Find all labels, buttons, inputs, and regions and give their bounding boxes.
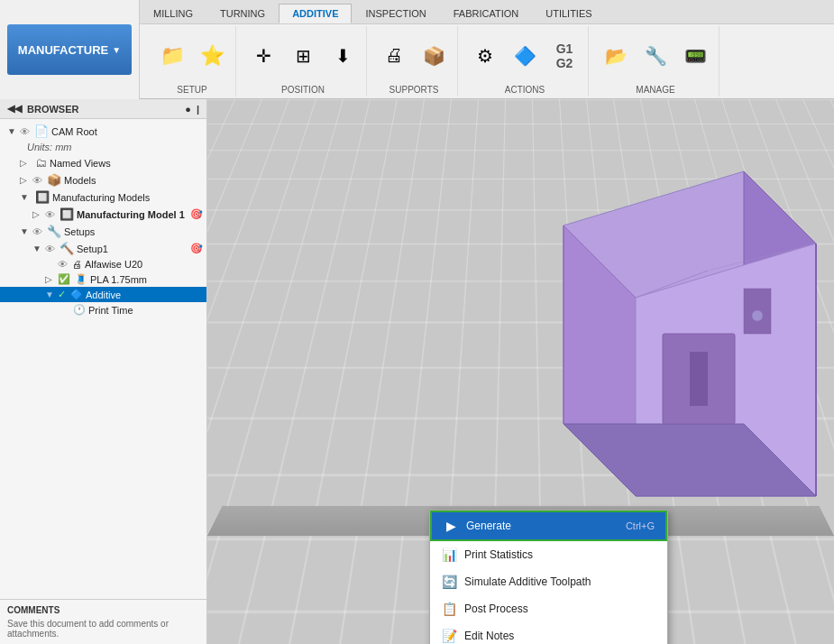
cam-root-eye[interactable]: 👁 xyxy=(20,126,30,137)
mfg-model1-label: Manufacturing Model 1 xyxy=(77,209,188,220)
generate-shortcut: Ctrl+G xyxy=(626,520,655,531)
additive-check: ✓ xyxy=(58,289,66,300)
comments-label: COMMENTS xyxy=(7,605,199,615)
pla-expand[interactable]: ▷ xyxy=(45,274,58,284)
named-views-expand[interactable]: ▷ xyxy=(20,158,32,168)
additive-label: Additive xyxy=(86,290,203,300)
cam-root-expand[interactable]: ▼ xyxy=(7,126,20,136)
orientation-button[interactable]: ⬇ xyxy=(325,42,361,69)
generate-label: Generate xyxy=(466,520,619,532)
tree-item-mfg-model-1[interactable]: ▷ 👁 🔲 Manufacturing Model 1 🎯 xyxy=(0,206,206,223)
position-label: POSITION xyxy=(281,85,325,97)
viewport: ▶ Generate Ctrl+G 📊 Print Statistics 🔄 S… xyxy=(207,99,834,644)
tree-item-models[interactable]: ▷ 👁 📦 Models xyxy=(0,171,206,189)
ribbon-group-setup: 📁 ⭐ SETUP xyxy=(149,26,236,97)
browser-expand-icon[interactable]: | xyxy=(197,104,199,115)
setups-expand[interactable]: ▼ xyxy=(20,226,32,236)
additive-icon: 🔷 xyxy=(70,289,83,300)
actions-btn2[interactable]: 🔷 xyxy=(507,42,543,69)
browser-tree: ▼ 👁 📄 CAM Root Units: mm ▷ 🗂 Named Views… xyxy=(0,119,206,599)
mfg-models-icon: 🔲 xyxy=(35,190,50,204)
tab-utilities[interactable]: UTILITIES xyxy=(532,4,605,23)
tree-item-mfg-models[interactable]: ▼ 🔲 Manufacturing Models xyxy=(0,189,206,206)
actions-btn1[interactable]: ⚙ xyxy=(467,42,503,69)
mfg-model1-eye[interactable]: 👁 xyxy=(45,209,55,220)
supports-btn1[interactable]: 🖨 xyxy=(376,42,412,69)
simulate-icon: 🔄 xyxy=(441,574,457,590)
star-icon: ⭐ xyxy=(200,44,225,68)
tree-item-named-views[interactable]: ▷ 🗂 Named Views xyxy=(0,154,206,171)
context-menu-simulate[interactable]: 🔄 Simulate Additive Toolpath xyxy=(430,568,667,595)
tree-item-pla[interactable]: ▷ ✅ 🧵 PLA 1.75mm xyxy=(0,271,206,287)
print-time-expand: ▷ xyxy=(58,305,70,315)
browser-dot-icon: ● xyxy=(185,104,191,115)
mfg-model1-icon: 🔲 xyxy=(60,207,74,221)
print-stats-label: Print Statistics xyxy=(464,548,656,561)
tree-item-alfawise[interactable]: ▷ 👁 🖨 Alfawise U20 xyxy=(0,257,206,271)
context-menu-edit-notes[interactable]: 📝 Edit Notes xyxy=(430,622,667,644)
manufacture-arrow: ▼ xyxy=(112,45,121,55)
print-stats-icon: 📊 xyxy=(441,547,457,563)
browser-header: ◀◀ BROWSER ● | xyxy=(0,99,206,119)
supports-btn2[interactable]: 📦 xyxy=(416,42,452,69)
pla-check: ✅ xyxy=(58,273,70,285)
generate-icon: ▶ xyxy=(443,518,459,534)
setup1-expand[interactable]: ▼ xyxy=(32,244,45,253)
monitor-icon: 📟 xyxy=(684,45,707,67)
ribbon-tabs: MANUFACTURE ▼ MILLING TURNING ADDITIVE I… xyxy=(0,0,834,24)
mfg-models-expand[interactable]: ▼ xyxy=(20,192,32,202)
tree-item-setups[interactable]: ▼ 👁 🔧 Setups xyxy=(0,223,206,240)
mfg-model1-expand[interactable]: ▷ xyxy=(32,209,45,219)
supports-icons: 🖨 📦 xyxy=(376,26,452,85)
comments-text: Save this document to add comments or at… xyxy=(7,619,199,639)
actions-btn3[interactable]: G1G2 xyxy=(546,39,582,73)
manage-btn3[interactable]: 📟 xyxy=(677,42,713,69)
setup1-label: Setup1 xyxy=(77,244,188,254)
named-views-icon: 🗂 xyxy=(35,156,47,170)
setup-star-button[interactable]: ⭐ xyxy=(194,41,230,70)
cam-root-label: CAM Root xyxy=(51,126,203,137)
move-button[interactable]: ✛ xyxy=(245,42,281,69)
tree-item-print-time[interactable]: ▷ 🕐 Print Time xyxy=(0,302,206,317)
tab-milling[interactable]: MILLING xyxy=(140,4,206,23)
browser-label: BROWSER xyxy=(27,104,78,115)
orientation-icon: ⬇ xyxy=(335,45,351,67)
tab-fabrication[interactable]: FABRICATION xyxy=(440,4,533,23)
setup1-target: 🎯 xyxy=(190,243,203,254)
simulate-label: Simulate Additive Toolpath xyxy=(464,575,656,588)
models-expand[interactable]: ▷ xyxy=(20,175,32,185)
tree-item-cam-root[interactable]: ▼ 👁 📄 CAM Root xyxy=(0,123,206,140)
edit-notes-label: Edit Notes xyxy=(464,630,656,642)
tree-item-additive[interactable]: ▼ ✓ 🔷 Additive xyxy=(0,287,206,302)
setup1-eye[interactable]: 👁 xyxy=(45,244,55,254)
arrange-button[interactable]: ⊞ xyxy=(285,42,321,69)
ribbon-group-manage: 📂 🔧 📟 MANAGE xyxy=(592,26,719,97)
manage-btn2[interactable]: 🔧 xyxy=(637,42,674,69)
tab-inspection[interactable]: INSPECTION xyxy=(352,4,439,23)
print-time-label: Print Time xyxy=(88,305,203,316)
tab-turning[interactable]: TURNING xyxy=(206,4,279,23)
manage-btn1[interactable]: 📂 xyxy=(598,42,634,69)
print-icon: 🖨 xyxy=(385,45,403,66)
setups-eye[interactable]: 👁 xyxy=(32,226,42,237)
clock-icon: 🕐 xyxy=(73,304,86,316)
collapse-left-icon[interactable]: ◀◀ xyxy=(7,103,22,115)
tree-item-setup1[interactable]: ▼ 👁 🔨 Setup1 🎯 xyxy=(0,240,206,257)
context-menu-post-process[interactable]: 📋 Post Process xyxy=(430,595,667,622)
pla-label: PLA 1.75mm xyxy=(90,274,203,285)
models-icon: 📦 xyxy=(47,173,61,187)
models-eye[interactable]: 👁 xyxy=(32,175,42,186)
setup-new-button[interactable]: 📁 xyxy=(154,41,190,70)
manufacture-button[interactable]: MANUFACTURE ▼ xyxy=(7,24,132,75)
alfawise-eye[interactable]: 👁 xyxy=(58,259,68,270)
post-process-icon: 📋 xyxy=(441,601,457,617)
folder-icon: 📁 xyxy=(160,44,185,68)
setup-label: SETUP xyxy=(177,85,206,97)
context-menu-print-stats[interactable]: 📊 Print Statistics xyxy=(430,541,667,568)
manage-icons: 📂 🔧 📟 xyxy=(598,26,713,85)
additive-expand: ▼ xyxy=(45,290,58,299)
svg-point-8 xyxy=(752,310,763,321)
ribbon-group-supports: 🖨 📦 SUPPORTS xyxy=(371,26,458,97)
tab-additive[interactable]: ADDITIVE xyxy=(279,4,352,23)
context-menu-generate[interactable]: ▶ Generate Ctrl+G xyxy=(430,511,667,541)
